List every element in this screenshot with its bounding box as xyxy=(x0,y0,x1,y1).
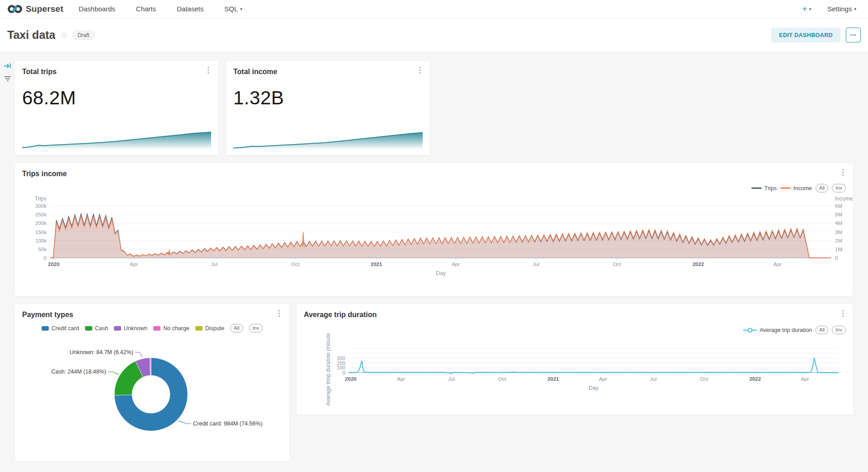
status-badge: Draft xyxy=(72,31,95,40)
total-trips-sparkline xyxy=(22,126,211,150)
nav-item-dashboards[interactable]: Dashboards xyxy=(79,5,115,13)
svg-text:Trips: Trips xyxy=(35,196,47,202)
payment-types-legend: Credit cardCashUnknownNo chargeDisputeAl… xyxy=(15,324,289,332)
donut-callout-cash: Cash: 244M (18.48%) xyxy=(51,369,106,375)
chart-menu-button[interactable]: ⋮ xyxy=(204,66,212,74)
page-title: Taxi data xyxy=(7,28,56,42)
legend-item-no-charge[interactable]: No charge xyxy=(153,325,189,332)
svg-text:Apr: Apr xyxy=(599,376,607,382)
svg-text:Jul: Jul xyxy=(211,262,217,267)
nav-item-charts[interactable]: Charts xyxy=(136,5,156,13)
payment-types-donut-chart[interactable]: Credit card: 984M (74.56%)Cash: 244M (18… xyxy=(15,344,289,459)
svg-text:Jul: Jul xyxy=(533,262,539,267)
svg-text:50k: 50k xyxy=(38,247,47,252)
svg-text:250k: 250k xyxy=(35,212,47,217)
svg-text:0: 0 xyxy=(835,255,838,261)
nav-right: + ▾ Settings ▾ xyxy=(802,5,856,14)
svg-text:1M: 1M xyxy=(835,247,842,252)
card-payment-types: Payment types ⋮ Credit cardCashUnknownNo… xyxy=(15,304,289,462)
svg-text:Apr: Apr xyxy=(801,376,809,382)
superset-logo[interactable]: Superset xyxy=(7,4,63,14)
svg-text:5M: 5M xyxy=(835,212,842,217)
svg-text:2020: 2020 xyxy=(48,262,60,267)
total-income-sparkline xyxy=(233,126,423,150)
new-item-button[interactable]: + ▾ xyxy=(802,5,811,14)
legend-item-dispute[interactable]: Dispute xyxy=(195,325,224,332)
svg-text:100k: 100k xyxy=(35,238,47,243)
svg-text:Apr: Apr xyxy=(397,376,405,382)
svg-text:Day: Day xyxy=(436,270,445,276)
chart-title: Total trips xyxy=(22,68,57,76)
trips-income-chart[interactable]: 300k250k200k150k100k50k06M5M4M3M2M1M0Tri… xyxy=(15,188,853,296)
svg-text:3M: 3M xyxy=(835,229,842,235)
svg-text:0: 0 xyxy=(343,370,345,375)
card-total-income: Total income ⋮ 1.32B xyxy=(226,61,430,155)
superset-infinity-icon xyxy=(7,4,23,14)
svg-text:Oct: Oct xyxy=(700,376,709,382)
caret-down-icon: ▾ xyxy=(809,7,811,11)
favorite-star-icon[interactable]: ☆ xyxy=(61,30,68,40)
svg-text:Jul: Jul xyxy=(448,376,455,382)
avg-duration-chart[interactable]: 3002001000Average trinp duration (minute… xyxy=(297,304,853,415)
nav-item-datasets[interactable]: Datasets xyxy=(177,5,203,13)
svg-text:2M: 2M xyxy=(835,238,842,243)
svg-text:Apr: Apr xyxy=(452,262,460,267)
nav-item-sql[interactable]: SQL▾ xyxy=(224,5,242,13)
chart-title: Trips income xyxy=(22,170,67,178)
svg-text:2022: 2022 xyxy=(693,262,704,267)
caret-down-icon: ▾ xyxy=(240,7,242,11)
svg-text:Oct: Oct xyxy=(498,376,507,382)
chart-menu-button[interactable]: ⋮ xyxy=(839,168,847,176)
svg-text:0: 0 xyxy=(44,255,47,261)
big-number-value: 1.32B xyxy=(233,87,284,109)
svg-text:Day: Day xyxy=(589,385,598,391)
edit-dashboard-button[interactable]: EDIT DASHBOARD xyxy=(771,28,840,42)
big-number-value: 68.2M xyxy=(22,87,76,109)
donut-callout-unknown: Unknown: 84.7M (6.42%) xyxy=(70,349,133,355)
dashboard-header: Taxi data ☆ Draft EDIT DASHBOARD ••• xyxy=(0,18,868,52)
nav-items: Dashboards Charts Datasets SQL▾ xyxy=(79,5,242,13)
card-trips-income: Trips income ⋮ TripsIncomeAllInv 300k250… xyxy=(15,163,853,296)
svg-text:Oct: Oct xyxy=(613,262,622,267)
legend-pill-all[interactable]: All xyxy=(230,324,243,332)
plus-icon: + xyxy=(802,5,807,14)
header-more-button[interactable]: ••• xyxy=(846,28,861,42)
svg-text:300k: 300k xyxy=(35,203,47,209)
card-avg-trip-duration: Average trip duration ⋮ Average trip dur… xyxy=(297,304,853,415)
chart-menu-button[interactable]: ⋮ xyxy=(416,66,424,74)
legend-pill-inv[interactable]: Inv xyxy=(249,324,263,332)
donut-callout-credit-card: Credit card: 984M (74.56%) xyxy=(193,421,263,427)
svg-text:6M: 6M xyxy=(835,203,842,209)
brand-name: Superset xyxy=(26,4,63,14)
avg-duration-ylabel: Average trinp duration (minute xyxy=(325,333,331,406)
legend-item-unknown[interactable]: Unknown xyxy=(114,325,147,332)
svg-text:2021: 2021 xyxy=(547,376,559,382)
legend-item-credit-card[interactable]: Credit card xyxy=(42,325,79,332)
card-total-trips: Total trips ⋮ 68.2M xyxy=(15,61,218,155)
chart-title: Total income xyxy=(233,68,278,76)
chart-title: Payment types xyxy=(22,311,73,319)
expand-filter-bar-icon[interactable] xyxy=(4,62,12,72)
svg-text:200k: 200k xyxy=(35,220,47,226)
svg-text:Jul: Jul xyxy=(650,376,657,382)
svg-text:Apr: Apr xyxy=(774,262,782,267)
svg-text:Oct: Oct xyxy=(291,262,300,267)
settings-menu[interactable]: Settings ▾ xyxy=(827,5,856,13)
chart-menu-button[interactable]: ⋮ xyxy=(275,309,283,317)
svg-text:Income: Income xyxy=(835,196,853,202)
caret-down-icon: ▾ xyxy=(854,7,856,11)
dashboard-canvas: Total trips ⋮ 68.2M Total income ⋮ 1.32B… xyxy=(0,53,868,472)
svg-text:4M: 4M xyxy=(835,220,842,226)
svg-text:150k: 150k xyxy=(35,229,47,235)
svg-text:2022: 2022 xyxy=(749,376,761,382)
legend-item-cash[interactable]: Cash xyxy=(85,325,108,332)
svg-text:2021: 2021 xyxy=(371,262,382,267)
top-nav: Superset Dashboards Charts Datasets SQL▾… xyxy=(0,0,868,18)
svg-text:2020: 2020 xyxy=(345,376,357,382)
svg-text:Apr: Apr xyxy=(130,262,138,267)
filter-icon[interactable] xyxy=(4,75,12,84)
